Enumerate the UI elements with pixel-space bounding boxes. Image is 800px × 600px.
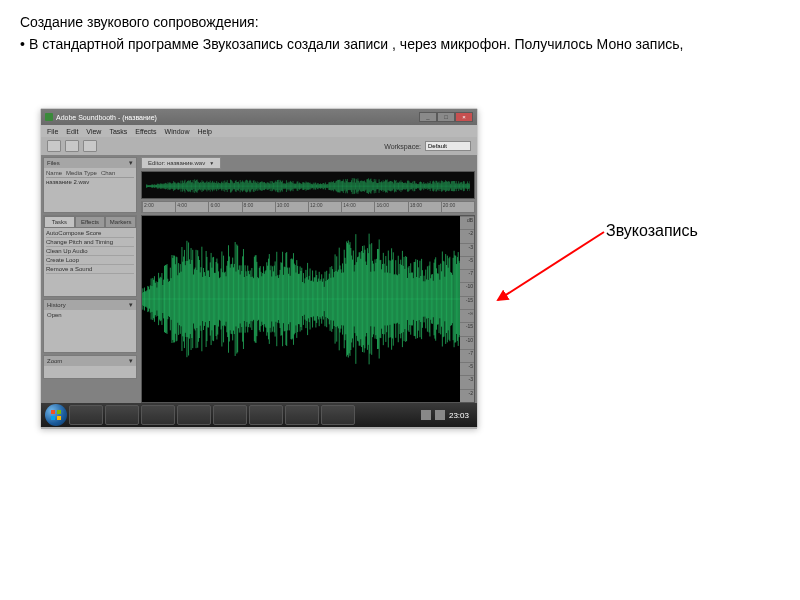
overview-waveform[interactable] bbox=[141, 171, 475, 199]
panel-collapse-icon[interactable]: ▾ bbox=[129, 159, 133, 167]
toolbar-button-2[interactable] bbox=[65, 140, 79, 152]
list-item[interactable]: Change Pitch and Timing bbox=[46, 238, 134, 247]
menu-file[interactable]: File bbox=[47, 128, 58, 135]
minimize-button[interactable]: _ bbox=[419, 112, 437, 122]
panel-collapse-icon[interactable]: ▾ bbox=[129, 357, 133, 365]
menu-tasks[interactable]: Tasks bbox=[109, 128, 127, 135]
menu-window[interactable]: Window bbox=[165, 128, 190, 135]
taskbar-item[interactable] bbox=[249, 405, 283, 425]
time-ruler[interactable]: 2:00 4:00 6:00 8:00 10:00 12:00 14:00 16… bbox=[141, 201, 475, 213]
db-tick: dB bbox=[460, 216, 474, 229]
db-tick: -10 bbox=[460, 282, 474, 295]
workspace-label: Workspace: bbox=[384, 143, 421, 150]
taskbar-clock[interactable]: 23:03 bbox=[449, 411, 469, 420]
toolbar-button-1[interactable] bbox=[47, 140, 61, 152]
taskbar-item[interactable] bbox=[141, 405, 175, 425]
panel-collapse-icon[interactable]: ▾ bbox=[129, 301, 133, 309]
ruler-tick: 14:00 bbox=[341, 202, 374, 212]
db-tick: -15 bbox=[460, 296, 474, 309]
workspace-selector[interactable]: Default bbox=[425, 141, 471, 151]
files-panel: Files▾ Name Media Type Chan название 2.w… bbox=[43, 157, 137, 213]
svg-rect-5 bbox=[51, 416, 55, 420]
db-tick: -7 bbox=[460, 349, 474, 362]
slide-body-text: В стандартной программе Звукозапись созд… bbox=[29, 34, 683, 54]
files-row[interactable]: название 2.wav bbox=[46, 179, 134, 185]
annotation-arrow bbox=[492, 224, 608, 306]
history-item[interactable]: Open bbox=[44, 310, 136, 320]
db-tick: -3 bbox=[460, 375, 474, 388]
annotation-label: Звукозапись bbox=[606, 222, 698, 240]
tray-icon[interactable] bbox=[421, 410, 431, 420]
editor-file-tab[interactable]: Editor: название.wav ▼ bbox=[141, 157, 221, 169]
tab-markers[interactable]: Markers bbox=[105, 216, 136, 228]
db-tick: -3 bbox=[460, 243, 474, 256]
svg-rect-3 bbox=[51, 410, 55, 414]
menu-edit[interactable]: Edit bbox=[66, 128, 78, 135]
files-col-chan[interactable]: Chan bbox=[101, 170, 115, 176]
tasks-panel: Tasks Effects Markers AutoCompose Score … bbox=[43, 215, 137, 297]
db-tick: -5 bbox=[460, 362, 474, 375]
app-window: Adobe Soundbooth - (название) _ □ × File… bbox=[40, 108, 478, 428]
taskbar-item[interactable] bbox=[105, 405, 139, 425]
ruler-tick: 4:00 bbox=[175, 202, 208, 212]
ruler-tick: 2:00 bbox=[142, 202, 175, 212]
ruler-tick: 6:00 bbox=[208, 202, 241, 212]
zoom-panel-title: Zoom bbox=[47, 358, 62, 364]
editor-tab-label: Editor: название.wav bbox=[148, 160, 205, 166]
toolbar-button-3[interactable] bbox=[83, 140, 97, 152]
list-item[interactable]: Create Loop bbox=[46, 256, 134, 265]
list-item[interactable]: Clean Up Audio bbox=[46, 247, 134, 256]
slide-title: Создание звукового сопровождения: bbox=[20, 12, 780, 32]
close-button[interactable]: × bbox=[455, 112, 473, 122]
db-tick: -2 bbox=[460, 389, 474, 402]
ruler-tick: 18:00 bbox=[408, 202, 441, 212]
windows-taskbar: 23:03 bbox=[41, 403, 477, 427]
list-item[interactable]: Remove a Sound bbox=[46, 265, 134, 274]
db-tick: -∞ bbox=[460, 309, 474, 322]
main-waveform[interactable]: dB -2 -3 -5 -7 -10 -15 -∞ -15 -10 -7 -5 … bbox=[141, 215, 475, 403]
db-tick: -10 bbox=[460, 336, 474, 349]
app-icon bbox=[45, 113, 53, 121]
main-wave-svg bbox=[142, 216, 474, 382]
start-button[interactable] bbox=[45, 404, 67, 426]
list-item[interactable]: AutoCompose Score bbox=[46, 229, 134, 238]
ruler-tick: 20:00 bbox=[441, 202, 474, 212]
svg-rect-6 bbox=[57, 416, 61, 420]
taskbar-item[interactable] bbox=[177, 405, 211, 425]
zoom-panel: Zoom▾ bbox=[43, 355, 137, 379]
db-tick: -15 bbox=[460, 322, 474, 335]
app-titlebar[interactable]: Adobe Soundbooth - (название) _ □ × bbox=[41, 109, 477, 125]
ruler-tick: 16:00 bbox=[374, 202, 407, 212]
files-panel-title: Files bbox=[47, 160, 60, 166]
tray-icon[interactable] bbox=[435, 410, 445, 420]
db-tick: -7 bbox=[460, 269, 474, 282]
ruler-tick: 10:00 bbox=[275, 202, 308, 212]
toolbar: Workspace: Default bbox=[41, 137, 477, 155]
svg-line-0 bbox=[498, 232, 604, 300]
tab-effects[interactable]: Effects bbox=[75, 216, 106, 228]
slide-text-block: Создание звукового сопровождения: • В ст… bbox=[20, 12, 780, 55]
svg-rect-4 bbox=[57, 410, 61, 414]
side-panels: Files▾ Name Media Type Chan название 2.w… bbox=[41, 155, 139, 405]
history-panel-title: History bbox=[47, 302, 66, 308]
taskbar-item[interactable] bbox=[321, 405, 355, 425]
overview-wave-svg bbox=[146, 176, 470, 196]
ruler-tick: 12:00 bbox=[308, 202, 341, 212]
chevron-down-icon[interactable]: ▼ bbox=[209, 160, 214, 166]
tab-tasks[interactable]: Tasks bbox=[44, 216, 75, 228]
menu-help[interactable]: Help bbox=[197, 128, 211, 135]
windows-logo-icon bbox=[50, 409, 62, 421]
bullet-marker: • bbox=[20, 34, 25, 54]
taskbar-item[interactable] bbox=[285, 405, 319, 425]
menu-view[interactable]: View bbox=[86, 128, 101, 135]
files-col-type[interactable]: Media Type bbox=[66, 170, 97, 176]
db-tick: -2 bbox=[460, 229, 474, 242]
maximize-button[interactable]: □ bbox=[437, 112, 455, 122]
history-panel: History▾ Open bbox=[43, 299, 137, 353]
files-col-name[interactable]: Name bbox=[46, 170, 62, 176]
taskbar-item[interactable] bbox=[213, 405, 247, 425]
menu-effects[interactable]: Effects bbox=[135, 128, 156, 135]
editor-area: Editor: название.wav ▼ 2:00 4:00 6:00 8:… bbox=[139, 155, 477, 405]
taskbar-item[interactable] bbox=[69, 405, 103, 425]
db-tick: -5 bbox=[460, 256, 474, 269]
